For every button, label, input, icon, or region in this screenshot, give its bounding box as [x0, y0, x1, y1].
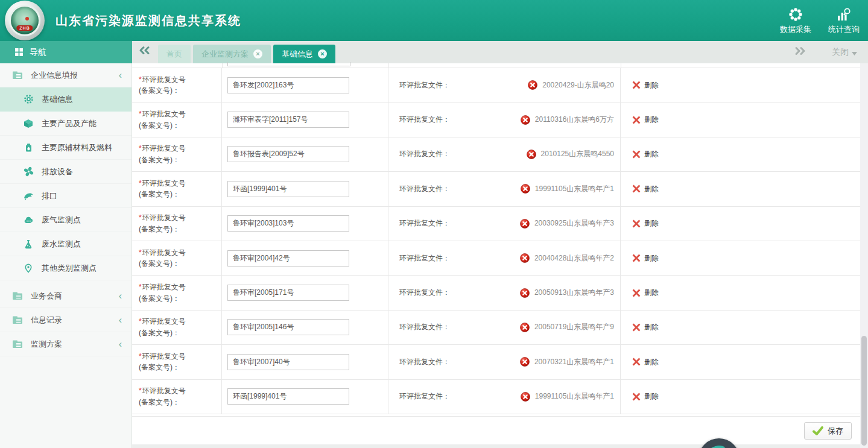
tab-基础信息[interactable]: 基础信息 ×: [273, 45, 335, 63]
delete-button[interactable]: 删除: [632, 357, 659, 367]
file-name-link[interactable]: 20050719山东晨鸣年产9: [534, 322, 614, 332]
delete-cross-icon: [632, 358, 641, 366]
file-cell: 2010125山东晨鸣4550: [460, 137, 621, 171]
file-field-label: 环评批复文件：: [399, 322, 450, 332]
file-name-link[interactable]: 20030925山东晨鸣年产3: [534, 218, 614, 229]
sidebar-item-废水监测点[interactable]: 废水监测点: [0, 232, 131, 256]
doc-number-input[interactable]: [227, 285, 349, 301]
scrollbar-thumb[interactable]: [861, 336, 867, 446]
tab-close-icon[interactable]: ×: [253, 49, 262, 58]
delete-button[interactable]: 删除: [632, 115, 659, 125]
required-mark: *: [139, 110, 142, 118]
file-label-cell: 环评批复文件：: [388, 276, 460, 309]
delete-button[interactable]: 删除: [632, 218, 659, 229]
required-mark: *: [139, 352, 142, 361]
doc-number-input[interactable]: [227, 146, 349, 162]
sidebar-group-企业信息填报[interactable]: 企业信息填报 ‹: [0, 63, 131, 87]
file-name-link[interactable]: 20040428山东晨鸣年产2: [534, 253, 614, 263]
chevron-left-icon: ‹: [119, 291, 122, 301]
delete-button[interactable]: 删除: [632, 253, 659, 263]
file-name-link[interactable]: 19991105山东晨鸣年产1: [535, 391, 614, 402]
file-name-link[interactable]: 2010125山东晨鸣4550: [541, 149, 614, 159]
sidebar-item-排口[interactable]: 排口: [0, 184, 131, 208]
sidebar-item-label: 主要产品及产能: [42, 118, 97, 129]
tab-企业监测方案[interactable]: 企业监测方案 ×: [193, 45, 271, 63]
remove-file-icon[interactable]: [520, 219, 530, 229]
file-cell: 20040428山东晨鸣年产2: [460, 241, 621, 275]
delete-cross-icon: [632, 289, 641, 297]
sidebar-item-排放设备[interactable]: 排放设备: [0, 160, 131, 184]
sidebar-group-业务会商[interactable]: 业务会商 ‹: [0, 284, 131, 308]
file-name-link[interactable]: 20050913山东晨鸣年产3: [534, 288, 614, 298]
tab-close-icon[interactable]: ×: [318, 49, 327, 58]
delete-button[interactable]: 删除: [632, 322, 659, 332]
app-window: ZHB 山东省污染源监测信息共享系统 数据采集 统计查询 导航 首页 企业监测方…: [0, 0, 868, 448]
remove-file-icon[interactable]: [520, 253, 530, 263]
sidebar-item-label: 排放设备: [42, 166, 73, 177]
scroll-tabs-right-button[interactable]: [794, 46, 806, 58]
doc-number-label-cell: *环评批复文号 (备案文号)：: [132, 311, 222, 344]
doc-number-input[interactable]: [227, 112, 349, 128]
file-name-link[interactable]: 19991105山东晨鸣年产1: [535, 184, 614, 194]
doc-number-input[interactable]: [227, 250, 349, 267]
sidebar-item-基础信息[interactable]: 基础信息: [0, 87, 131, 112]
delete-cross-icon: [632, 393, 641, 401]
sidebar-group-label: 业务会商: [31, 291, 62, 301]
remove-file-icon[interactable]: [521, 392, 530, 402]
main-content: *环评批复文号 (备案文号)： 环评批复文件： 20020429-山东晨鸣20 …: [132, 63, 860, 444]
file-name-link[interactable]: 20020429-山东晨鸣20: [542, 80, 614, 90]
table-row: *环评批复文号 (备案文号)： 环评批复文件： 20110316山东晨鸣6万方 …: [132, 103, 860, 137]
doc-number-label-cell: *环评批复文号 (备案文号)：: [132, 172, 222, 206]
doc-number-input[interactable]: [227, 354, 349, 370]
delete-cell: 删除: [621, 241, 860, 275]
logo-emblem-icon: ZHB: [9, 5, 40, 36]
doc-number-input[interactable]: [227, 181, 349, 197]
file-name-link[interactable]: 20110316山东晨鸣6万方: [535, 115, 614, 125]
chevron-left-icon: ‹: [119, 71, 122, 80]
doc-number-input[interactable]: [227, 388, 349, 405]
remove-file-icon[interactable]: [520, 323, 530, 332]
remove-file-icon[interactable]: [520, 288, 530, 298]
file-name-link[interactable]: 20070321山东晨鸣年产1: [534, 357, 614, 367]
data-collection-button[interactable]: 数据采集: [780, 7, 811, 35]
save-button[interactable]: 保存: [804, 422, 852, 440]
close-tabs-menu[interactable]: 关闭: [832, 47, 857, 58]
scrollbar[interactable]: [860, 63, 868, 448]
table-row: *环评批复文号 (备案文号)： 环评批复文件： 20050719山东晨鸣年产9 …: [132, 311, 860, 345]
tab-label: 基础信息: [282, 49, 313, 60]
delete-button[interactable]: 删除: [632, 80, 659, 90]
table-row: *环评批复文号 (备案文号)： 环评批复文件： 20050913山东晨鸣年产3 …: [132, 276, 860, 310]
sidebar-group-监测方案[interactable]: 监测方案 ‹: [0, 332, 131, 356]
file-field-label: 环评批复文件：: [399, 391, 450, 402]
doc-number-input[interactable]: [227, 215, 349, 232]
remove-file-icon[interactable]: [528, 80, 537, 90]
delete-button[interactable]: 删除: [632, 288, 659, 298]
floating-widget-arc-icon: [702, 442, 735, 448]
delete-button[interactable]: 删除: [632, 184, 659, 194]
doc-number-input[interactable]: [227, 319, 349, 335]
delete-button[interactable]: 删除: [632, 391, 659, 402]
sidebar-item-主要原辅材料及燃料[interactable]: 主要原辅材料及燃料: [0, 136, 131, 160]
doc-number-label-cell: *环评批复文号 (备案文号)：: [132, 68, 222, 102]
sidebar-item-其他类别监测点[interactable]: 其他类别监测点: [0, 256, 131, 280]
doc-number-cell: [222, 207, 388, 241]
sidebar-item-主要产品及产能[interactable]: 主要产品及产能: [0, 112, 131, 136]
delete-cell: 删除: [621, 276, 860, 309]
folder-icon: [12, 291, 23, 301]
doc-number-label: *环评批复文号 (备案文号)：: [139, 143, 186, 165]
doc-number-label-cell: *环评批复文号 (备案文号)：: [132, 137, 222, 171]
doc-number-input[interactable]: [227, 77, 349, 93]
remove-file-icon[interactable]: [521, 115, 530, 125]
remove-file-icon[interactable]: [520, 357, 530, 367]
remove-file-icon[interactable]: [527, 150, 536, 159]
remove-file-icon[interactable]: [521, 184, 530, 194]
sidebar-item-废气监测点[interactable]: 废气监测点: [0, 208, 131, 232]
folder-icon: [12, 339, 23, 349]
statistics-query-button[interactable]: 统计查询: [828, 7, 860, 35]
file-label-cell: 环评批复文件：: [388, 207, 460, 241]
tab-首页[interactable]: 首页: [158, 45, 191, 63]
file-label-cell: 环评批复文件：: [388, 241, 460, 275]
sidebar-group-信息记录[interactable]: 信息记录 ‹: [0, 308, 131, 332]
delete-button[interactable]: 删除: [632, 149, 659, 159]
scroll-tabs-left-button[interactable]: [138, 46, 150, 57]
